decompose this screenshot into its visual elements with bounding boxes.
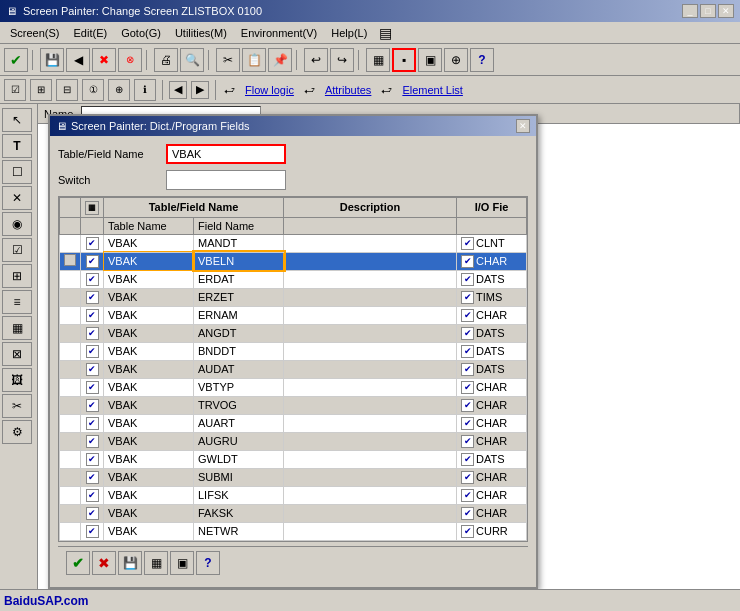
- tool-arrow[interactable]: ↖: [2, 108, 32, 132]
- row-checkbox[interactable]: [86, 381, 99, 394]
- check-btn[interactable]: ✔: [4, 48, 28, 72]
- tool-scissors[interactable]: ✂: [2, 394, 32, 418]
- flow-logic-link[interactable]: Flow logic: [241, 84, 298, 96]
- dialog-help-button[interactable]: ?: [196, 551, 220, 575]
- nav-icon2[interactable]: ⊞: [30, 79, 52, 101]
- table-row[interactable]: VBAKAUDATDATS: [60, 360, 527, 378]
- row-checkbox[interactable]: [86, 363, 99, 376]
- table-row[interactable]: VBAKFAKSKCHAR: [60, 504, 527, 522]
- menu-goto[interactable]: Goto(G): [115, 25, 167, 41]
- row-checkbox[interactable]: [86, 453, 99, 466]
- table-row[interactable]: VBAKVBELNCHAR: [60, 252, 527, 270]
- io-checkbox[interactable]: [461, 489, 474, 502]
- io-checkbox[interactable]: [461, 471, 474, 484]
- row-checkbox[interactable]: [86, 417, 99, 430]
- nav-next[interactable]: ▶: [191, 81, 209, 99]
- table-row[interactable]: VBAKERZETTIMS: [60, 288, 527, 306]
- row-checkbox[interactable]: [86, 327, 99, 340]
- table-row[interactable]: VBAKAUGRUCHAR: [60, 432, 527, 450]
- io-checkbox[interactable]: [461, 525, 474, 538]
- tool-img[interactable]: 🖼: [2, 368, 32, 392]
- row-checkbox-cell[interactable]: [81, 324, 104, 342]
- nav-icon1[interactable]: ☑: [4, 79, 26, 101]
- tb2-btn[interactable]: ▪: [392, 48, 416, 72]
- table-row[interactable]: VBAKMANDTCLNT: [60, 234, 527, 252]
- help-icon[interactable]: ▤: [379, 25, 392, 41]
- table-row[interactable]: VBAKBNDDTDATS: [60, 342, 527, 360]
- row-checkbox-cell[interactable]: [81, 468, 104, 486]
- tb5-help[interactable]: ?: [470, 48, 494, 72]
- io-checkbox[interactable]: [461, 435, 474, 448]
- cancel-btn[interactable]: ⊗: [118, 48, 142, 72]
- row-checkbox-cell[interactable]: [81, 234, 104, 252]
- tool-list[interactable]: ≡: [2, 290, 32, 314]
- tablefield-input[interactable]: [166, 144, 286, 164]
- table-row[interactable]: VBAKAUARTCHAR: [60, 414, 527, 432]
- tool-radio[interactable]: ◉: [2, 212, 32, 236]
- table-row[interactable]: VBAKANGDTDATS: [60, 324, 527, 342]
- row-checkbox-cell[interactable]: [81, 432, 104, 450]
- paste-btn[interactable]: 📌: [268, 48, 292, 72]
- io-checkbox[interactable]: [461, 237, 474, 250]
- table-row[interactable]: VBAKVBTYPCHAR: [60, 378, 527, 396]
- table-row[interactable]: VBAKLIFSKCHAR: [60, 486, 527, 504]
- row-checkbox-cell[interactable]: [81, 486, 104, 504]
- row-checkbox-cell[interactable]: [81, 522, 104, 540]
- dialog-cancel-button[interactable]: ✖: [92, 551, 116, 575]
- tool-button[interactable]: ⊞: [2, 264, 32, 288]
- row-checkbox-cell[interactable]: [81, 288, 104, 306]
- tool-settings[interactable]: ⚙: [2, 420, 32, 444]
- row-checkbox[interactable]: [86, 255, 99, 268]
- io-checkbox[interactable]: [461, 381, 474, 394]
- minimize-button[interactable]: _: [682, 4, 698, 18]
- io-checkbox[interactable]: [461, 453, 474, 466]
- io-checkbox[interactable]: [461, 363, 474, 376]
- menu-help[interactable]: Help(L): [325, 25, 373, 41]
- dialog-confirm-button[interactable]: ✔: [66, 551, 90, 575]
- element-list-link[interactable]: Element List: [398, 84, 467, 96]
- io-checkbox[interactable]: [461, 399, 474, 412]
- tool-sub[interactable]: ⊠: [2, 342, 32, 366]
- io-checkbox[interactable]: [461, 255, 474, 268]
- find-btn[interactable]: 🔍: [180, 48, 204, 72]
- table-row[interactable]: VBAKGWLDTDATS: [60, 450, 527, 468]
- row-checkbox-cell[interactable]: [81, 450, 104, 468]
- row-checkbox[interactable]: [86, 291, 99, 304]
- nav-prev[interactable]: ◀: [169, 81, 187, 99]
- row-checkbox-cell[interactable]: [81, 342, 104, 360]
- row-checkbox[interactable]: [86, 399, 99, 412]
- tb1-btn[interactable]: ▦: [366, 48, 390, 72]
- table-row[interactable]: VBAKERNAMCHAR: [60, 306, 527, 324]
- maximize-button[interactable]: □: [700, 4, 716, 18]
- io-checkbox[interactable]: [461, 273, 474, 286]
- exit-btn[interactable]: ✖: [92, 48, 116, 72]
- row-checkbox[interactable]: [86, 273, 99, 286]
- row-checkbox-cell[interactable]: [81, 414, 104, 432]
- row-checkbox-cell[interactable]: [81, 396, 104, 414]
- row-checkbox[interactable]: [86, 237, 99, 250]
- tool-box[interactable]: ☐: [2, 160, 32, 184]
- copy-btn[interactable]: 📋: [242, 48, 266, 72]
- print-btn[interactable]: 🖨: [154, 48, 178, 72]
- menu-utilities[interactable]: Utilities(M): [169, 25, 233, 41]
- table-row[interactable]: VBAKNETWRCURR: [60, 522, 527, 540]
- menu-screen[interactable]: Screen(S): [4, 25, 66, 41]
- row-checkbox-cell[interactable]: [81, 306, 104, 324]
- cut-btn[interactable]: ✂: [216, 48, 240, 72]
- row-checkbox[interactable]: [86, 309, 99, 322]
- dialog-save1-button[interactable]: 💾: [118, 551, 142, 575]
- nav-icon3[interactable]: ⊟: [56, 79, 78, 101]
- menu-environment[interactable]: Environment(V): [235, 25, 323, 41]
- io-checkbox[interactable]: [461, 417, 474, 430]
- tool-cross[interactable]: ✕: [2, 186, 32, 210]
- nav-icon6[interactable]: ℹ: [134, 79, 156, 101]
- io-checkbox[interactable]: [461, 327, 474, 340]
- row-checkbox-cell[interactable]: [81, 270, 104, 288]
- io-checkbox[interactable]: [461, 345, 474, 358]
- row-checkbox[interactable]: [86, 345, 99, 358]
- table-row[interactable]: VBAKSUBMICHAR: [60, 468, 527, 486]
- menu-edit[interactable]: Edit(E): [68, 25, 114, 41]
- redo-btn[interactable]: ↪: [330, 48, 354, 72]
- tool-text[interactable]: T: [2, 134, 32, 158]
- switch-input[interactable]: [166, 170, 286, 190]
